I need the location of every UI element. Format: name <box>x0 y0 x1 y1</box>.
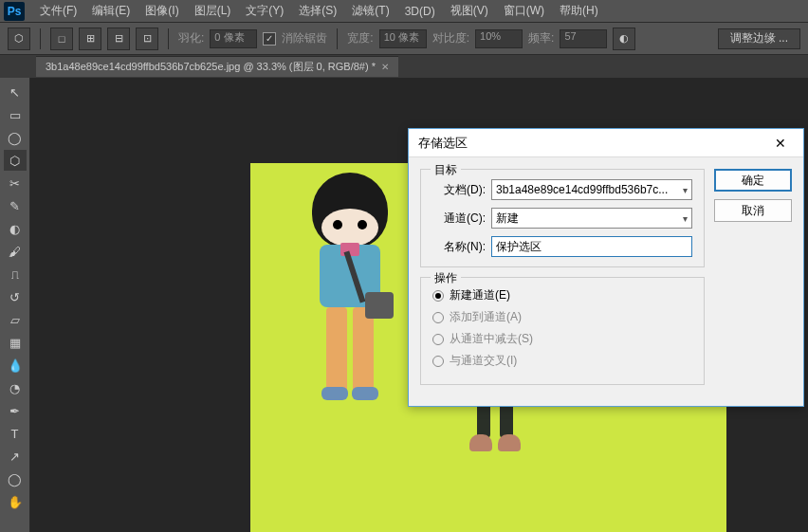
save-selection-dialog: 存储选区 ✕ 目标 文档(D): 3b1a48e89ce14cd99ffbd53… <box>408 128 804 407</box>
radio-icon <box>432 334 444 345</box>
channel-label: 通道(C): <box>432 211 486 227</box>
menu-help[interactable]: 帮助(H) <box>552 3 606 19</box>
shape-tool-icon[interactable]: ◯ <box>4 468 27 489</box>
target-fieldset: 目标 文档(D): 3b1a48e89ce14cd99ffbd536b7c...… <box>420 169 705 267</box>
name-input[interactable] <box>491 236 692 257</box>
document-tab[interactable]: 3b1a48e89ce14cd99ffbd536b7cb625e.jpg @ 3… <box>36 56 398 77</box>
healing-tool-icon[interactable]: ◐ <box>4 218 27 239</box>
menu-edit[interactable]: 编辑(E) <box>84 3 138 19</box>
tab-close-icon[interactable]: ✕ <box>381 62 389 72</box>
contrast-input[interactable]: 10% <box>475 29 523 48</box>
document-select[interactable]: 3b1a48e89ce14cd99ffbd536b7c... ▾ <box>491 179 692 200</box>
op-label: 从通道中减去(S) <box>450 331 533 347</box>
gradient-tool-icon[interactable]: ▦ <box>4 332 27 353</box>
dodge-tool-icon[interactable]: ◔ <box>4 377 27 398</box>
freq-label: 频率: <box>528 30 554 46</box>
hand-tool-icon[interactable]: ✋ <box>4 491 27 512</box>
illustration-character-1 <box>288 173 412 400</box>
target-legend: 目标 <box>431 162 461 178</box>
refine-edge-button[interactable]: 调整边缘 ... <box>718 28 800 49</box>
menu-window[interactable]: 窗口(W) <box>496 3 552 19</box>
op-new-channel[interactable]: 新建通道(E) <box>432 287 692 303</box>
menu-type[interactable]: 文字(Y) <box>238 3 291 19</box>
magnetic-lasso-tool-icon[interactable]: ⬡ <box>4 150 27 171</box>
radio-icon <box>432 356 444 367</box>
operation-fieldset: 操作 新建通道(E) 添加到通道(A) 从通道中减去(S) 与通道交叉(I) <box>420 277 705 385</box>
width-label: 宽度: <box>347 30 373 46</box>
op-label: 新建通道(E) <box>450 287 510 303</box>
radio-icon <box>432 312 444 323</box>
selection-subtract-icon[interactable]: ⊟ <box>107 28 130 50</box>
chevron-down-icon: ▾ <box>683 213 688 224</box>
selection-new-icon[interactable]: □ <box>50 28 73 50</box>
op-label: 添加到通道(A) <box>450 309 522 325</box>
menu-file[interactable]: 文件(F) <box>32 3 84 19</box>
width-input[interactable]: 10 像素 <box>379 29 427 48</box>
op-label: 与通道交叉(I) <box>450 353 517 369</box>
operation-legend: 操作 <box>431 270 461 286</box>
document-label: 文档(D): <box>432 182 486 198</box>
blur-tool-icon[interactable]: 💧 <box>4 355 27 376</box>
channel-select[interactable]: 新建 ▾ <box>491 208 692 229</box>
menubar: Ps 文件(F) 编辑(E) 图像(I) 图层(L) 文字(Y) 选择(S) 滤… <box>0 0 808 23</box>
menu-filter[interactable]: 滤镜(T) <box>344 3 396 19</box>
cancel-button[interactable]: 取消 <box>714 199 792 222</box>
freq-input[interactable]: 57 <box>560 29 607 48</box>
options-bar: ⬡ □ ⊞ ⊟ ⊡ 羽化: 0 像素 ✓ 消除锯齿 宽度: 10 像素 对比度:… <box>0 23 808 55</box>
op-subtract-from-channel: 从通道中减去(S) <box>432 331 692 347</box>
marquee-tool-icon[interactable]: ▭ <box>4 104 27 125</box>
app-logo: Ps <box>4 2 25 21</box>
op-add-to-channel: 添加到通道(A) <box>432 309 692 325</box>
lasso-tool-icon[interactable]: ◯ <box>4 127 27 148</box>
selection-intersect-icon[interactable]: ⊡ <box>136 28 158 50</box>
dialog-close-icon[interactable]: ✕ <box>767 134 794 153</box>
antialias-label: 消除锯齿 <box>282 30 327 46</box>
document-tabbar: 3b1a48e89ce14cd99ffbd536b7cb625e.jpg @ 3… <box>0 55 808 78</box>
chevron-down-icon: ▾ <box>683 185 688 195</box>
selection-add-icon[interactable]: ⊞ <box>79 28 101 50</box>
radio-icon <box>432 290 444 302</box>
contrast-label: 对比度: <box>432 30 469 46</box>
menu-3d[interactable]: 3D(D) <box>397 5 443 18</box>
pen-tool-icon[interactable]: ✒ <box>4 400 27 421</box>
path-tool-icon[interactable]: ↗ <box>4 446 27 467</box>
dialog-title: 存储选区 <box>418 135 468 152</box>
brush-tool-icon[interactable]: 🖌 <box>4 241 27 262</box>
feather-label: 羽化: <box>178 30 204 46</box>
eraser-tool-icon[interactable]: ▱ <box>4 309 27 330</box>
toolbox: ↖ ▭ ◯ ⬡ ✂ ✎ ◐ 🖌 ⎍ ↺ ▱ ▦ 💧 ◔ ✒ T ↗ ◯ ✋ <box>0 78 30 532</box>
document-select-value: 3b1a48e89ce14cd99ffbd536b7c... <box>496 183 668 196</box>
type-tool-icon[interactable]: T <box>4 423 27 444</box>
name-label: 名称(N): <box>432 239 486 255</box>
move-tool-icon[interactable]: ↖ <box>4 82 27 102</box>
feather-input[interactable]: 0 像素 <box>210 29 257 48</box>
eyedropper-tool-icon[interactable]: ✎ <box>4 195 27 216</box>
menu-image[interactable]: 图像(I) <box>138 3 186 19</box>
menu-layer[interactable]: 图层(L) <box>187 3 239 19</box>
stamp-tool-icon[interactable]: ⎍ <box>4 264 27 284</box>
menu-view[interactable]: 视图(V) <box>443 3 496 19</box>
dialog-titlebar[interactable]: 存储选区 ✕ <box>409 129 803 157</box>
current-tool-icon[interactable]: ⬡ <box>8 28 30 50</box>
antialias-checkbox[interactable]: ✓ <box>263 32 276 46</box>
pen-pressure-icon[interactable]: ◐ <box>613 28 635 50</box>
ok-button[interactable]: 确定 <box>714 169 792 192</box>
tab-title: 3b1a48e89ce14cd99ffbd536b7cb625e.jpg @ 3… <box>46 60 376 74</box>
op-intersect-channel: 与通道交叉(I) <box>432 353 692 369</box>
menu-select[interactable]: 选择(S) <box>291 3 344 19</box>
crop-tool-icon[interactable]: ✂ <box>4 173 27 193</box>
history-brush-tool-icon[interactable]: ↺ <box>4 286 27 307</box>
channel-select-value: 新建 <box>496 211 519 227</box>
